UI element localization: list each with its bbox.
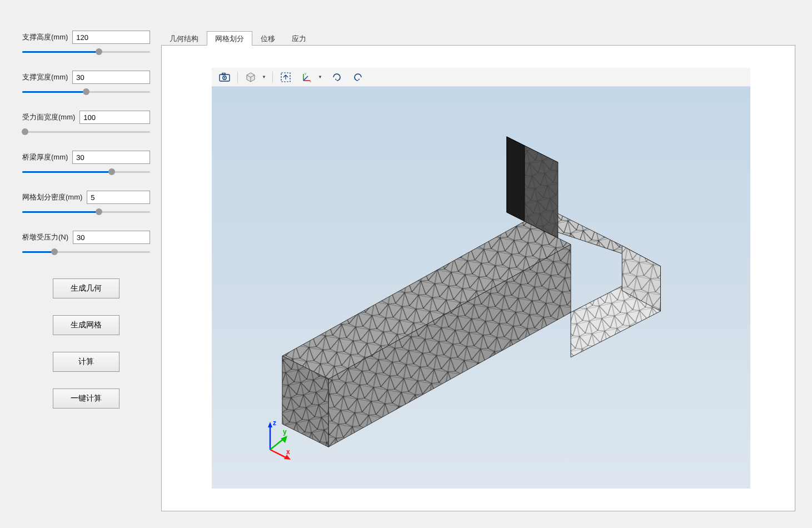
param-label: 网格划分密度(mm) (22, 192, 82, 202)
param-group: 网格划分密度(mm) (22, 191, 150, 215)
axes-icon[interactable]: yx (298, 70, 315, 84)
mesh-rendering (212, 87, 750, 459)
generate-mesh-button[interactable]: 生成网格 (53, 315, 119, 335)
param-label: 桥梁厚度(mm) (22, 152, 68, 162)
fit-view-icon[interactable] (277, 70, 294, 84)
tabs: 几何结构网格划分位移应力 (161, 31, 795, 45)
viewport-3d[interactable]: ▼ yx ▼ (212, 68, 750, 489)
param-label: 支撑宽度(mm) (22, 72, 68, 82)
cube-icon[interactable] (242, 70, 259, 84)
param-slider[interactable] (22, 48, 150, 55)
chevron-down-icon[interactable]: ▼ (260, 74, 268, 79)
one-click-calculate-button[interactable]: 一键计算 (53, 388, 119, 409)
param-input[interactable] (87, 191, 150, 204)
param-label: 受力面宽度(mm) (22, 112, 75, 122)
svg-rect-1 (222, 73, 225, 74)
svg-marker-10 (507, 137, 525, 221)
tab[interactable]: 几何结构 (161, 31, 207, 46)
svg-text:x: x (310, 79, 311, 83)
param-label: 桥墩受压力(N) (22, 232, 68, 242)
param-slider[interactable] (22, 208, 150, 215)
param-slider[interactable] (22, 248, 150, 255)
svg-text:y: y (305, 72, 306, 75)
toolbar-separator (272, 72, 273, 83)
calculate-button[interactable]: 计算 (53, 352, 119, 372)
main-area: 几何结构网格划分位移应力 ▼ (161, 0, 812, 528)
parameters-panel: 支撑高度(mm) 支撑宽度(mm) 受力面宽度(mm) 桥梁厚度(mm) (22, 31, 150, 255)
chevron-down-icon[interactable]: ▼ (316, 74, 324, 79)
tab[interactable]: 应力 (283, 31, 315, 46)
viewport-toolbar: ▼ yx ▼ (212, 68, 750, 87)
param-group: 桥墩受压力(N) (22, 231, 150, 255)
param-group: 支撑宽度(mm) (22, 71, 150, 95)
tab[interactable]: 网格划分 (207, 31, 252, 46)
tab[interactable]: 位移 (252, 31, 283, 46)
param-group: 受力面宽度(mm) (22, 111, 150, 135)
viewport-frame: ▼ yx ▼ (161, 45, 795, 511)
generate-geometry-button[interactable]: 生成几何 (53, 278, 119, 298)
axes-dropdown[interactable]: yx ▼ (298, 70, 324, 84)
action-buttons: 生成几何 生成网格 计算 一键计算 (22, 278, 150, 409)
param-input[interactable] (72, 71, 150, 84)
param-slider[interactable] (22, 128, 150, 135)
param-input[interactable] (72, 31, 150, 44)
rotate-left-icon[interactable] (350, 70, 366, 84)
rotate-right-icon[interactable] (328, 70, 345, 84)
camera-icon[interactable] (216, 70, 233, 84)
svg-line-7 (303, 76, 308, 81)
param-slider[interactable] (22, 168, 150, 175)
param-group: 桥梁厚度(mm) (22, 151, 150, 175)
sidebar: 支撑高度(mm) 支撑宽度(mm) 受力面宽度(mm) 桥梁厚度(mm) (0, 0, 161, 528)
param-input[interactable] (79, 111, 150, 124)
svg-point-3 (224, 77, 225, 78)
param-slider[interactable] (22, 88, 150, 95)
param-input[interactable] (72, 151, 150, 164)
app-root: 支撑高度(mm) 支撑宽度(mm) 受力面宽度(mm) 桥梁厚度(mm) (0, 0, 812, 528)
param-input[interactable] (73, 231, 150, 244)
toolbar-separator (237, 72, 238, 83)
param-group: 支撑高度(mm) (22, 31, 150, 55)
cube-view-dropdown[interactable]: ▼ (242, 70, 268, 84)
param-label: 支撑高度(mm) (22, 32, 68, 42)
